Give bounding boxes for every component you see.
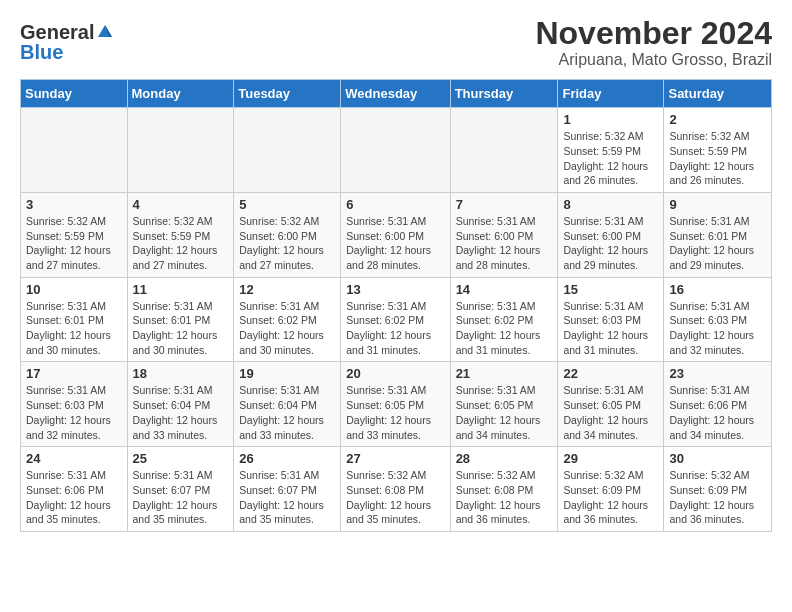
day-number: 4: [133, 197, 229, 212]
day-number: 27: [346, 451, 444, 466]
calendar-table: Sunday Monday Tuesday Wednesday Thursday…: [20, 79, 772, 532]
table-row: 8Sunrise: 5:31 AM Sunset: 6:00 PM Daylig…: [558, 192, 664, 277]
logo: General Blue: [20, 22, 114, 62]
day-info: Sunrise: 5:32 AM Sunset: 5:59 PM Dayligh…: [133, 214, 229, 273]
day-number: 7: [456, 197, 553, 212]
day-info: Sunrise: 5:31 AM Sunset: 6:06 PM Dayligh…: [669, 383, 766, 442]
day-info: Sunrise: 5:32 AM Sunset: 6:00 PM Dayligh…: [239, 214, 335, 273]
table-row: 24Sunrise: 5:31 AM Sunset: 6:06 PM Dayli…: [21, 447, 128, 532]
day-info: Sunrise: 5:31 AM Sunset: 6:05 PM Dayligh…: [456, 383, 553, 442]
day-number: 8: [563, 197, 658, 212]
calendar-week-row: 3Sunrise: 5:32 AM Sunset: 5:59 PM Daylig…: [21, 192, 772, 277]
day-info: Sunrise: 5:32 AM Sunset: 5:59 PM Dayligh…: [563, 129, 658, 188]
table-row: 25Sunrise: 5:31 AM Sunset: 6:07 PM Dayli…: [127, 447, 234, 532]
table-row: 11Sunrise: 5:31 AM Sunset: 6:01 PM Dayli…: [127, 277, 234, 362]
day-info: Sunrise: 5:31 AM Sunset: 6:06 PM Dayligh…: [26, 468, 122, 527]
col-friday: Friday: [558, 80, 664, 108]
calendar-week-row: 24Sunrise: 5:31 AM Sunset: 6:06 PM Dayli…: [21, 447, 772, 532]
day-number: 6: [346, 197, 444, 212]
day-number: 14: [456, 282, 553, 297]
day-info: Sunrise: 5:31 AM Sunset: 6:04 PM Dayligh…: [133, 383, 229, 442]
day-info: Sunrise: 5:31 AM Sunset: 6:02 PM Dayligh…: [239, 299, 335, 358]
day-info: Sunrise: 5:31 AM Sunset: 6:05 PM Dayligh…: [346, 383, 444, 442]
table-row: 7Sunrise: 5:31 AM Sunset: 6:00 PM Daylig…: [450, 192, 558, 277]
day-number: 29: [563, 451, 658, 466]
table-row: 28Sunrise: 5:32 AM Sunset: 6:08 PM Dayli…: [450, 447, 558, 532]
table-row: [127, 108, 234, 193]
table-row: 9Sunrise: 5:31 AM Sunset: 6:01 PM Daylig…: [664, 192, 772, 277]
table-row: 10Sunrise: 5:31 AM Sunset: 6:01 PM Dayli…: [21, 277, 128, 362]
table-row: 17Sunrise: 5:31 AM Sunset: 6:03 PM Dayli…: [21, 362, 128, 447]
page-container: General Blue November 2024 Aripuana, Mat…: [0, 0, 792, 542]
table-row: [234, 108, 341, 193]
day-number: 5: [239, 197, 335, 212]
day-info: Sunrise: 5:31 AM Sunset: 6:04 PM Dayligh…: [239, 383, 335, 442]
day-number: 30: [669, 451, 766, 466]
col-monday: Monday: [127, 80, 234, 108]
col-sunday: Sunday: [21, 80, 128, 108]
page-title: November 2024: [535, 16, 772, 51]
day-info: Sunrise: 5:31 AM Sunset: 6:00 PM Dayligh…: [456, 214, 553, 273]
day-number: 9: [669, 197, 766, 212]
table-row: 2Sunrise: 5:32 AM Sunset: 5:59 PM Daylig…: [664, 108, 772, 193]
day-number: 22: [563, 366, 658, 381]
day-number: 23: [669, 366, 766, 381]
table-row: [450, 108, 558, 193]
day-number: 17: [26, 366, 122, 381]
table-row: 14Sunrise: 5:31 AM Sunset: 6:02 PM Dayli…: [450, 277, 558, 362]
logo-icon: [96, 23, 114, 41]
table-row: 23Sunrise: 5:31 AM Sunset: 6:06 PM Dayli…: [664, 362, 772, 447]
col-tuesday: Tuesday: [234, 80, 341, 108]
table-row: 1Sunrise: 5:32 AM Sunset: 5:59 PM Daylig…: [558, 108, 664, 193]
day-number: 11: [133, 282, 229, 297]
table-row: 19Sunrise: 5:31 AM Sunset: 6:04 PM Dayli…: [234, 362, 341, 447]
table-row: 21Sunrise: 5:31 AM Sunset: 6:05 PM Dayli…: [450, 362, 558, 447]
day-number: 24: [26, 451, 122, 466]
table-row: 6Sunrise: 5:31 AM Sunset: 6:00 PM Daylig…: [341, 192, 450, 277]
day-info: Sunrise: 5:31 AM Sunset: 6:05 PM Dayligh…: [563, 383, 658, 442]
day-info: Sunrise: 5:31 AM Sunset: 6:02 PM Dayligh…: [456, 299, 553, 358]
table-row: [341, 108, 450, 193]
col-saturday: Saturday: [664, 80, 772, 108]
logo-general: General: [20, 22, 94, 42]
day-number: 20: [346, 366, 444, 381]
table-row: 16Sunrise: 5:31 AM Sunset: 6:03 PM Dayli…: [664, 277, 772, 362]
table-row: 30Sunrise: 5:32 AM Sunset: 6:09 PM Dayli…: [664, 447, 772, 532]
day-info: Sunrise: 5:32 AM Sunset: 6:09 PM Dayligh…: [563, 468, 658, 527]
calendar-week-row: 1Sunrise: 5:32 AM Sunset: 5:59 PM Daylig…: [21, 108, 772, 193]
page-subtitle: Aripuana, Mato Grosso, Brazil: [535, 51, 772, 69]
day-number: 21: [456, 366, 553, 381]
day-number: 15: [563, 282, 658, 297]
table-row: 27Sunrise: 5:32 AM Sunset: 6:08 PM Dayli…: [341, 447, 450, 532]
calendar-week-row: 17Sunrise: 5:31 AM Sunset: 6:03 PM Dayli…: [21, 362, 772, 447]
table-row: 13Sunrise: 5:31 AM Sunset: 6:02 PM Dayli…: [341, 277, 450, 362]
day-number: 16: [669, 282, 766, 297]
table-row: 29Sunrise: 5:32 AM Sunset: 6:09 PM Dayli…: [558, 447, 664, 532]
day-info: Sunrise: 5:31 AM Sunset: 6:02 PM Dayligh…: [346, 299, 444, 358]
day-number: 3: [26, 197, 122, 212]
day-number: 1: [563, 112, 658, 127]
day-number: 25: [133, 451, 229, 466]
day-info: Sunrise: 5:31 AM Sunset: 6:01 PM Dayligh…: [669, 214, 766, 273]
header: General Blue November 2024 Aripuana, Mat…: [20, 16, 772, 69]
table-row: 26Sunrise: 5:31 AM Sunset: 6:07 PM Dayli…: [234, 447, 341, 532]
title-block: November 2024 Aripuana, Mato Grosso, Bra…: [535, 16, 772, 69]
day-info: Sunrise: 5:31 AM Sunset: 6:07 PM Dayligh…: [239, 468, 335, 527]
calendar-week-row: 10Sunrise: 5:31 AM Sunset: 6:01 PM Dayli…: [21, 277, 772, 362]
col-thursday: Thursday: [450, 80, 558, 108]
day-number: 28: [456, 451, 553, 466]
table-row: [21, 108, 128, 193]
day-info: Sunrise: 5:32 AM Sunset: 5:59 PM Dayligh…: [669, 129, 766, 188]
table-row: 15Sunrise: 5:31 AM Sunset: 6:03 PM Dayli…: [558, 277, 664, 362]
day-number: 18: [133, 366, 229, 381]
table-row: 22Sunrise: 5:31 AM Sunset: 6:05 PM Dayli…: [558, 362, 664, 447]
day-info: Sunrise: 5:31 AM Sunset: 6:03 PM Dayligh…: [563, 299, 658, 358]
table-row: 5Sunrise: 5:32 AM Sunset: 6:00 PM Daylig…: [234, 192, 341, 277]
day-number: 2: [669, 112, 766, 127]
day-info: Sunrise: 5:32 AM Sunset: 6:09 PM Dayligh…: [669, 468, 766, 527]
day-number: 26: [239, 451, 335, 466]
day-info: Sunrise: 5:32 AM Sunset: 5:59 PM Dayligh…: [26, 214, 122, 273]
table-row: 4Sunrise: 5:32 AM Sunset: 5:59 PM Daylig…: [127, 192, 234, 277]
day-info: Sunrise: 5:31 AM Sunset: 6:00 PM Dayligh…: [563, 214, 658, 273]
day-number: 13: [346, 282, 444, 297]
